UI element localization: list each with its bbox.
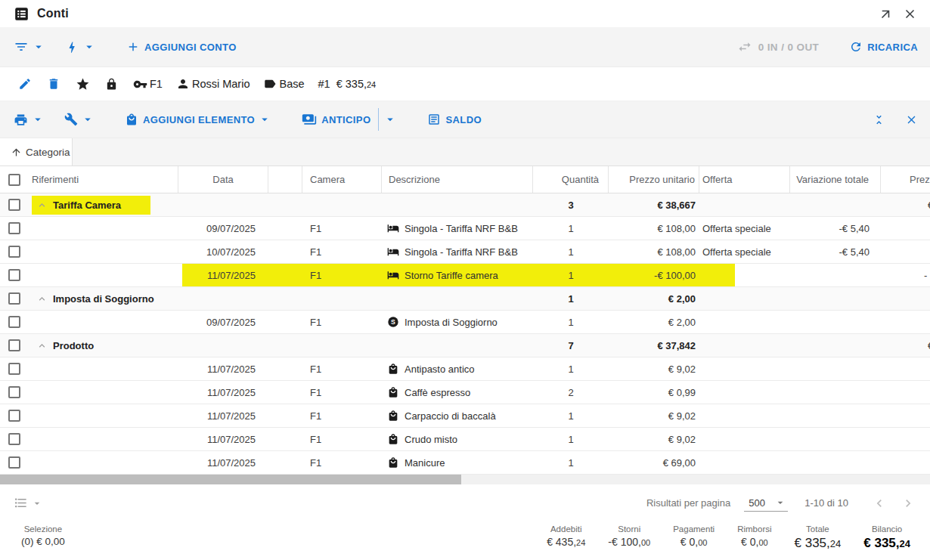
cell-descrizione: Antipasto antico: [382, 357, 533, 380]
table-row[interactable]: 11/07/2025F1Carpaccio di baccalà1€ 9,02: [0, 404, 930, 428]
page-next-icon[interactable]: [897, 492, 919, 515]
col-variazione-totale[interactable]: Variazione totale: [790, 166, 881, 193]
col-camera[interactable]: Camera: [302, 166, 382, 193]
delete-icon: [47, 77, 60, 91]
cell-prezzo-unitario: € 37,842: [609, 334, 699, 357]
group-row[interactable]: Prodotto7€ 37,842€: [0, 334, 930, 357]
sort-chip-categoria[interactable]: Categoria: [0, 138, 73, 166]
table-row[interactable]: 11/07/2025F1Manicure1€ 69,00: [0, 451, 930, 475]
close-panel-icon[interactable]: [905, 113, 918, 126]
conti-window: Conti AGGIUNGI CONTO 0 IN / 0 OUT: [0, 0, 930, 560]
add-element-button[interactable]: AGGIUNGI ELEMENTO: [125, 113, 271, 126]
group-header[interactable]: Imposta di Soggiorno: [32, 289, 160, 308]
advance-button[interactable]: ANTICIPO: [302, 112, 370, 127]
row-checkbox[interactable]: [8, 363, 20, 375]
view-options-button[interactable]: [14, 496, 43, 510]
collapse-panel-button[interactable]: [873, 113, 885, 126]
col-descrizione[interactable]: Descrizione: [382, 166, 533, 193]
row-checkbox[interactable]: [8, 433, 20, 445]
row-checkbox[interactable]: [8, 316, 20, 328]
cell-camera: [302, 193, 382, 216]
row-checkbox[interactable]: [8, 410, 20, 422]
cell-prezzo-totale: €: [881, 334, 930, 357]
row-checkbox[interactable]: [8, 199, 20, 211]
page-prev-icon[interactable]: [868, 492, 891, 515]
description-text: Singola - Tariffa NRF B&B: [405, 223, 518, 234]
cell-offerta: Offerta speciale: [699, 240, 790, 263]
bolt-icon: [65, 40, 79, 54]
cell-empty: [268, 287, 302, 310]
col-data[interactable]: Data: [178, 166, 268, 193]
scrollbar-thumb[interactable]: [0, 475, 461, 484]
cell-empty: [268, 264, 302, 286]
cell-empty: [268, 311, 302, 333]
chevron-up-icon[interactable]: [36, 293, 48, 305]
add-account-button[interactable]: AGGIUNGI CONTO: [126, 40, 237, 54]
cell-data: 11/07/2025: [178, 357, 268, 380]
table-row[interactable]: 11/07/2025F1Antipasto antico1€ 9,02: [0, 357, 930, 381]
horizontal-scrollbar[interactable]: [0, 475, 930, 484]
cell-prezzo-unitario: € 2,00: [609, 311, 699, 333]
col-riferimenti[interactable]: Riferimenti: [29, 166, 178, 193]
cell-riferimenti: [29, 428, 178, 450]
chevron-up-icon[interactable]: [36, 340, 48, 351]
table-row[interactable]: 11/07/2025F1Storno Tariffe camera1-€ 100…: [0, 264, 930, 287]
advance-label: ANTICIPO: [321, 114, 370, 125]
col-quantita[interactable]: Quantità: [533, 166, 609, 193]
table-row[interactable]: 11/07/2025F1Caffè espresso2€ 0,99: [0, 381, 930, 404]
group-row[interactable]: Imposta di Soggiorno1€ 2,00: [0, 287, 930, 311]
col-prezzo-totale[interactable]: Prezzo totale: [881, 166, 930, 193]
row-checkbox[interactable]: [8, 339, 20, 351]
row-checkbox[interactable]: [8, 246, 20, 258]
row-checkbox[interactable]: [8, 222, 20, 234]
product-icon: [387, 433, 399, 445]
row-checkbox[interactable]: [8, 269, 20, 281]
settle-button[interactable]: SALDO: [427, 113, 482, 126]
table-row[interactable]: 11/07/2025F1Crudo misto1€ 9,02: [0, 428, 930, 451]
cell-riferimenti: [29, 381, 178, 404]
caret-down-icon: [82, 40, 96, 54]
select-all-checkbox[interactable]: [8, 174, 20, 186]
chevron-up-icon[interactable]: [36, 200, 48, 211]
col-offerta[interactable]: Offerta: [699, 166, 790, 193]
row-checkbox[interactable]: [8, 292, 20, 305]
cell-descrizione: [382, 193, 533, 216]
tools-button[interactable]: [64, 113, 95, 126]
cell-offerta: [699, 381, 790, 404]
page-size-select[interactable]: 500: [744, 494, 788, 512]
cell-prezzo-unitario: € 0,99: [609, 381, 699, 404]
advance-options-button[interactable]: [385, 113, 397, 126]
lock-button[interactable]: [105, 78, 118, 91]
cell-prezzo-unitario: € 38,667: [609, 193, 699, 216]
reload-button[interactable]: RICARICA: [849, 40, 918, 54]
description-text: Singola - Tariffa NRF B&B: [405, 246, 518, 258]
delete-account-button[interactable]: [47, 77, 60, 91]
table-row[interactable]: 09/07/2025F1SImposta di Soggiorno1€ 2,00: [0, 311, 930, 334]
clipped-value: -: [924, 270, 927, 281]
cell-quantita: 2: [533, 381, 609, 404]
open-external-icon[interactable]: [876, 4, 895, 23]
filter-button[interactable]: [14, 39, 45, 54]
summary-bilancio: Bilancio € 335,24: [863, 524, 910, 551]
cell-data: 11/07/2025: [178, 264, 268, 286]
cell-empty: [268, 334, 302, 357]
print-button[interactable]: [14, 113, 45, 127]
group-row[interactable]: Tariffa Camera3€ 38,667€: [0, 193, 930, 217]
table-row[interactable]: 09/07/2025F1Singola - Tariffa NRF B&B1€ …: [0, 217, 930, 240]
table-row[interactable]: 10/07/2025F1Singola - Tariffa NRF B&B1€ …: [0, 240, 930, 264]
quick-actions-button[interactable]: [65, 40, 96, 54]
cell-prezzo-unitario: € 108,00: [609, 217, 699, 240]
row-checkbox[interactable]: [8, 456, 20, 469]
star-button[interactable]: [76, 77, 90, 91]
col-prezzo-unitario[interactable]: Prezzo unitario: [609, 166, 699, 193]
edit-account-button[interactable]: [18, 77, 32, 91]
row-checkbox[interactable]: [8, 386, 20, 398]
cell-descrizione: Crudo misto: [382, 428, 533, 450]
close-icon[interactable]: [900, 4, 919, 23]
cell-offerta: [699, 428, 790, 450]
cell-variazione-totale: [790, 404, 881, 427]
description-text: Manicure: [405, 457, 445, 469]
group-header[interactable]: Prodotto: [32, 336, 150, 355]
product-icon: [387, 386, 399, 398]
group-header[interactable]: Tariffa Camera: [32, 196, 150, 215]
